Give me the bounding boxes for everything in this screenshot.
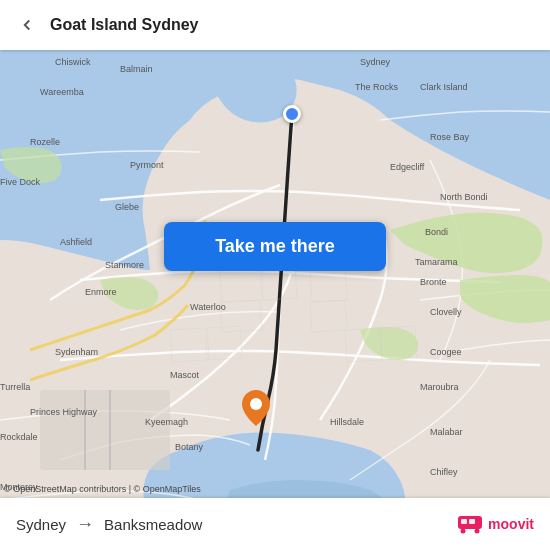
svg-rect-1 <box>40 390 170 470</box>
svg-text:Glebe: Glebe <box>115 202 139 212</box>
svg-text:Pyrmont: Pyrmont <box>130 160 164 170</box>
footer: Sydney → Banksmeadow moovit <box>0 498 550 550</box>
header: Goat Island Sydney <box>0 0 550 50</box>
svg-text:The Rocks: The Rocks <box>355 82 399 92</box>
svg-rect-50 <box>469 519 475 524</box>
location-title: Goat Island Sydney <box>50 16 198 34</box>
svg-text:Princes Highway: Princes Highway <box>30 407 98 417</box>
map-background: Chiswick Snapper Island Balmain Wareemba… <box>0 0 550 550</box>
footer-to-city: Banksmeadow <box>104 516 202 533</box>
svg-text:Enmore: Enmore <box>85 287 117 297</box>
svg-text:Balmain: Balmain <box>120 64 153 74</box>
svg-text:Maroubra: Maroubra <box>420 382 459 392</box>
svg-text:Rozelle: Rozelle <box>30 137 60 147</box>
svg-text:North Bondi: North Bondi <box>440 192 488 202</box>
svg-text:Edgecliff: Edgecliff <box>390 162 425 172</box>
svg-text:Waterloo: Waterloo <box>190 302 226 312</box>
take-me-there-label: Take me there <box>215 236 335 257</box>
svg-text:Mascot: Mascot <box>170 370 200 380</box>
back-button[interactable] <box>12 10 42 40</box>
svg-text:Sydenham: Sydenham <box>55 347 98 357</box>
svg-text:Malabar: Malabar <box>430 427 463 437</box>
svg-text:Rockdale: Rockdale <box>0 432 38 442</box>
svg-text:Clovelly: Clovelly <box>430 307 462 317</box>
svg-text:Bondi: Bondi <box>425 227 448 237</box>
svg-text:Chifley: Chifley <box>430 467 458 477</box>
svg-text:Coogee: Coogee <box>430 347 462 357</box>
svg-text:Five Dock: Five Dock <box>0 177 41 187</box>
take-me-there-button[interactable]: Take me there <box>164 222 386 271</box>
svg-text:Stanmore: Stanmore <box>105 260 144 270</box>
svg-text:Ashfield: Ashfield <box>60 237 92 247</box>
svg-text:Botany: Botany <box>175 442 204 452</box>
svg-text:Hillsdale: Hillsdale <box>330 417 364 427</box>
svg-text:Bronte: Bronte <box>420 277 447 287</box>
svg-text:Tamarama: Tamarama <box>415 257 458 267</box>
svg-text:Chiswick: Chiswick <box>55 57 91 67</box>
svg-point-47 <box>461 529 466 534</box>
origin-marker <box>283 105 301 123</box>
svg-point-48 <box>475 529 480 534</box>
svg-text:Clark Island: Clark Island <box>420 82 468 92</box>
destination-pin <box>242 390 270 426</box>
moovit-brand-text: moovit <box>488 516 534 532</box>
main-container: Chiswick Snapper Island Balmain Wareemba… <box>0 0 550 550</box>
svg-point-45 <box>250 398 262 410</box>
moovit-logo: moovit <box>456 514 534 534</box>
svg-text:Kyeemagh: Kyeemagh <box>145 417 188 427</box>
map-attribution: © OpenStreetMap contributors | © OpenMap… <box>4 484 201 494</box>
svg-text:Sydney: Sydney <box>360 57 391 67</box>
svg-text:Rose Bay: Rose Bay <box>430 132 470 142</box>
svg-text:Wareemba: Wareemba <box>40 87 84 97</box>
svg-text:Turrella: Turrella <box>0 382 30 392</box>
footer-from-city: Sydney <box>16 516 66 533</box>
svg-rect-49 <box>461 519 467 524</box>
footer-arrow-icon: → <box>76 514 94 535</box>
